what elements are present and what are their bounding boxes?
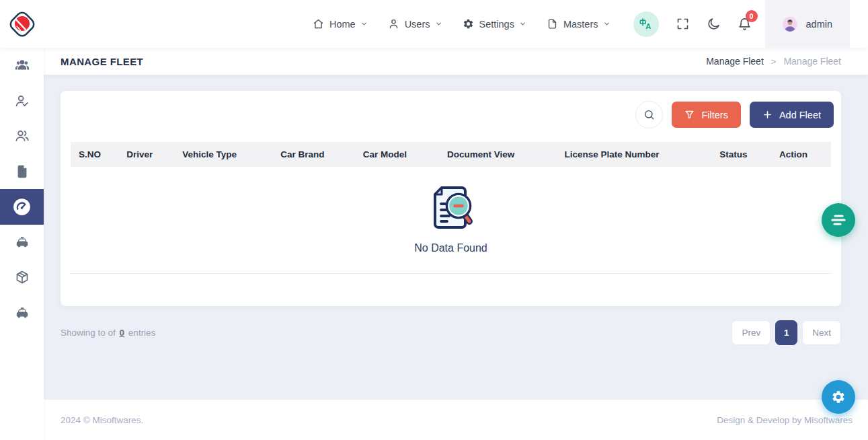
filters-button[interactable]: Filters — [672, 102, 740, 128]
menu-masters[interactable]: Masters — [547, 18, 610, 30]
column-document-view: Document View — [439, 142, 557, 167]
sidebar-item-customers[interactable] — [0, 118, 44, 154]
footer-copyright: 2024 © Misoftwares. — [61, 415, 143, 425]
footer: 2024 © Misoftwares. Design & Develop by … — [44, 399, 868, 440]
breadcrumb: Manage Fleet > Manage Fleet — [706, 56, 841, 67]
filter-lines-icon — [822, 204, 855, 236]
chevron-down-icon — [603, 20, 610, 28]
fullscreen-icon[interactable] — [676, 17, 690, 31]
menu-settings-label: Settings — [479, 19, 514, 30]
sidebar-item-packages[interactable] — [0, 260, 44, 295]
gear-icon — [463, 18, 474, 30]
user-profile-menu[interactable]: admin — [765, 0, 851, 48]
chevron-down-icon — [360, 20, 368, 28]
prev-page-button[interactable]: Prev — [732, 320, 771, 345]
breadcrumb-current: Manage Fleet — [783, 56, 841, 67]
misoftwares-logo-icon — [7, 9, 38, 40]
footer-credit: Design & Develop by Misoftwares — [717, 415, 853, 425]
notification-count-badge: 0 — [746, 10, 758, 22]
package-icon — [15, 270, 30, 285]
chevron-down-icon — [435, 20, 442, 28]
team-icon — [15, 58, 30, 73]
entries-summary-suffix: entries — [128, 328, 156, 338]
empty-state-row: No Data Found — [71, 167, 831, 274]
funnel-icon — [684, 110, 695, 120]
fleet-table-card: Filters Add Fleet S.NO Driver Vehicle Ty… — [61, 91, 841, 306]
dark-mode-moon-icon[interactable] — [707, 17, 721, 31]
search-button[interactable] — [635, 101, 663, 129]
manage-fleet-page: Home Users Settings Masters — [0, 0, 868, 440]
breadcrumb-separator: > — [771, 57, 777, 67]
users-icon — [15, 129, 30, 143]
file-icon — [547, 18, 558, 30]
sidebar-item-manage-fleet[interactable] — [0, 189, 44, 225]
gauge-icon — [13, 198, 31, 216]
menu-masters-label: Masters — [563, 19, 598, 30]
no-data-text: No Data Found — [71, 242, 831, 254]
sidebar-item-rides[interactable] — [0, 295, 44, 331]
avatar — [783, 17, 797, 32]
entries-summary: Showing to of 0 entries — [61, 328, 155, 338]
chevron-down-icon — [519, 20, 526, 28]
floating-filter-button[interactable] — [822, 203, 855, 237]
page-title: MANAGE FLEET — [61, 56, 143, 67]
notifications-button[interactable]: 0 — [738, 17, 752, 31]
brand-logo[interactable] — [0, 9, 44, 40]
menu-settings[interactable]: Settings — [463, 18, 526, 30]
top-navbar: Home Users Settings Masters — [0, 0, 868, 48]
plus-icon — [762, 110, 773, 120]
gear-icon — [831, 390, 846, 404]
entries-summary-prefix: Showing to of — [61, 328, 116, 338]
column-action: Action — [771, 142, 831, 167]
document-icon — [15, 164, 30, 179]
navbar-actions: A 0 — [633, 11, 752, 37]
column-driver: Driver — [118, 142, 174, 167]
translate-icon: A — [639, 17, 653, 31]
column-vehicle-type: Vehicle Type — [174, 142, 272, 167]
sidebar-item-team[interactable] — [0, 48, 44, 83]
home-icon — [313, 18, 324, 30]
fleet-table: S.NO Driver Vehicle Type Car Brand Car M… — [71, 142, 831, 274]
next-page-button[interactable]: Next — [802, 320, 841, 345]
language-translate-button[interactable]: A — [633, 11, 659, 37]
taxi-icon — [15, 305, 30, 320]
column-car-model: Car Model — [355, 142, 439, 167]
table-header-row: S.NO Driver Vehicle Type Car Brand Car M… — [71, 142, 831, 167]
column-car-brand: Car Brand — [272, 142, 354, 167]
menu-home[interactable]: Home — [313, 18, 368, 30]
user-icon — [388, 18, 399, 30]
breadcrumb-parent[interactable]: Manage Fleet — [706, 56, 764, 67]
column-sno: S.NO — [71, 142, 118, 167]
menu-users[interactable]: Users — [388, 18, 442, 30]
pager: Prev 1 Next — [732, 320, 841, 345]
column-status: Status — [711, 142, 771, 167]
current-page-button[interactable]: 1 — [775, 320, 797, 345]
menu-home-label: Home — [329, 19, 356, 30]
sidebar-item-driver-approval[interactable] — [0, 83, 44, 119]
empty-state: No Data Found — [71, 167, 831, 274]
floating-settings-button[interactable] — [822, 380, 855, 414]
filters-button-label: Filters — [701, 110, 727, 120]
sidebar-item-documents[interactable] — [0, 154, 44, 190]
main-menu: Home Users Settings Masters — [313, 18, 610, 30]
pagination-bar: Showing to of 0 entries Prev 1 Next — [61, 320, 841, 345]
menu-users-label: Users — [405, 19, 430, 30]
add-fleet-button[interactable]: Add Fleet — [750, 102, 834, 128]
taxi-icon — [15, 235, 30, 250]
table-toolbar: Filters Add Fleet — [61, 91, 841, 139]
search-icon — [643, 109, 655, 120]
user-check-icon — [15, 94, 30, 108]
no-data-illustration — [427, 183, 475, 235]
svg-text:A: A — [645, 22, 651, 30]
page-header: MANAGE FLEET Manage Fleet > Manage Fleet — [44, 48, 868, 75]
entries-count: 0 — [120, 328, 125, 338]
icon-sidebar — [0, 48, 44, 440]
sidebar-item-vehicles[interactable] — [0, 225, 44, 260]
username-label: admin — [806, 19, 833, 30]
add-fleet-button-label: Add Fleet — [779, 110, 821, 120]
column-license-plate: License Plate Number — [556, 142, 711, 167]
